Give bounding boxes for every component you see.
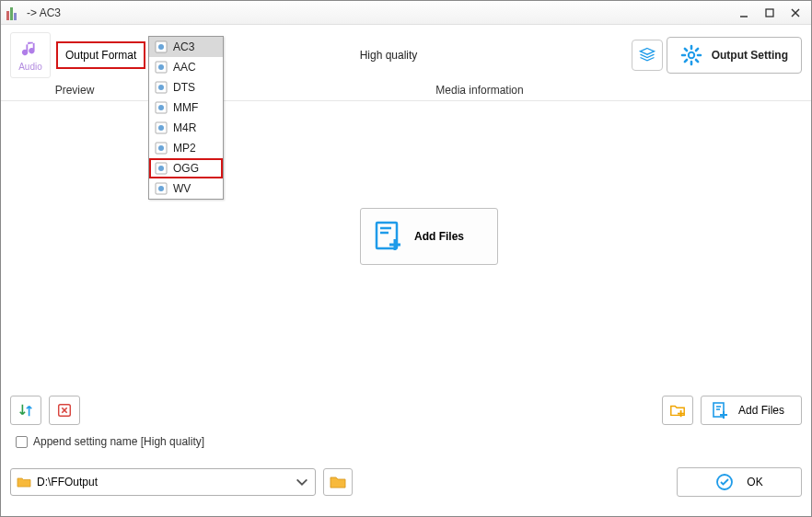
add-folder-button[interactable] bbox=[662, 396, 693, 425]
format-dropdown[interactable]: AC3AACDTSMMFM4RMP2OGGWV bbox=[148, 36, 224, 200]
svg-rect-1 bbox=[766, 9, 773, 17]
audio-category-tile[interactable]: Audio bbox=[10, 32, 51, 78]
audio-mmf-icon bbox=[155, 101, 168, 114]
svg-point-20 bbox=[158, 186, 164, 191]
format-item-label: MP2 bbox=[173, 142, 196, 155]
audio-aac-icon bbox=[155, 61, 168, 74]
media-info-header: Media information bbox=[148, 84, 811, 97]
audio-wv-icon bbox=[155, 182, 168, 195]
audio-dts-icon bbox=[155, 81, 168, 94]
minimize-button[interactable] bbox=[734, 5, 754, 21]
sort-icon bbox=[17, 402, 34, 419]
folder-icon bbox=[330, 474, 346, 490]
audio-ogg-icon bbox=[155, 162, 168, 175]
output-path-value: D:\FFOutput bbox=[37, 476, 98, 488]
output-format-button[interactable]: Output Format bbox=[56, 41, 145, 69]
format-item-label: M4R bbox=[173, 121, 196, 134]
output-path-combo[interactable]: D:\FFOutput bbox=[10, 468, 316, 496]
audio-label: Audio bbox=[18, 62, 42, 72]
format-item-label: AAC bbox=[173, 61, 196, 74]
format-item-mmf[interactable]: MMF bbox=[149, 98, 223, 118]
format-item-m4r[interactable]: M4R bbox=[149, 118, 223, 138]
close-button[interactable] bbox=[785, 5, 806, 21]
add-files-dropzone[interactable]: Add Files bbox=[360, 208, 498, 265]
format-item-mp2[interactable]: MP2 bbox=[149, 138, 223, 158]
append-setting-label: Append setting name [High quality] bbox=[33, 435, 204, 448]
output-format-label: Output Format bbox=[65, 49, 136, 62]
file-add-icon bbox=[711, 401, 729, 419]
svg-point-10 bbox=[158, 85, 164, 90]
audio-icon bbox=[20, 40, 41, 60]
layers-button[interactable] bbox=[632, 40, 663, 71]
svg-point-6 bbox=[158, 44, 164, 50]
format-item-aac[interactable]: AAC bbox=[149, 57, 223, 77]
folder-add-icon bbox=[669, 402, 686, 419]
gear-icon bbox=[680, 44, 702, 66]
delete-icon bbox=[56, 402, 73, 419]
add-files-label: Add Files bbox=[738, 404, 784, 417]
output-setting-label: Output Setting bbox=[712, 49, 788, 62]
append-setting-checkbox[interactable] bbox=[16, 436, 28, 448]
bottom-toolbar: Add Files bbox=[10, 395, 802, 426]
svg-point-8 bbox=[158, 64, 164, 70]
output-path-row: D:\FFOutput OK bbox=[10, 466, 802, 498]
svg-point-14 bbox=[158, 125, 164, 131]
sort-button[interactable] bbox=[10, 396, 41, 425]
append-setting-checkbox-row: Append setting name [High quality] bbox=[16, 435, 204, 448]
chevron-down-icon bbox=[295, 475, 309, 489]
audio-mp2-icon bbox=[155, 142, 168, 155]
column-headers: Preview Media information bbox=[1, 84, 811, 101]
window-buttons bbox=[734, 5, 806, 21]
file-add-icon bbox=[372, 220, 405, 253]
svg-point-4 bbox=[688, 52, 693, 58]
audio-ac3-icon bbox=[155, 40, 168, 53]
format-item-wv[interactable]: WV bbox=[149, 178, 223, 199]
format-item-label: WV bbox=[173, 182, 191, 195]
output-setting-button[interactable]: Output Setting bbox=[667, 37, 802, 74]
app-icon bbox=[6, 6, 21, 20]
format-item-label: MMF bbox=[173, 101, 198, 114]
top-toolbar: Audio Output Format High quality Output … bbox=[1, 25, 811, 78]
svg-point-12 bbox=[158, 105, 164, 110]
maximize-button[interactable] bbox=[760, 5, 780, 21]
audio-m4r-icon bbox=[155, 121, 168, 134]
format-item-label: DTS bbox=[173, 81, 195, 94]
format-item-ac3[interactable]: AC3 bbox=[149, 37, 223, 57]
add-files-button[interactable]: Add Files bbox=[701, 396, 802, 425]
delete-button[interactable] bbox=[49, 396, 80, 425]
browse-folder-button[interactable] bbox=[323, 468, 353, 496]
check-circle-icon bbox=[715, 473, 734, 491]
svg-point-18 bbox=[158, 166, 164, 171]
format-item-ogg[interactable]: OGG bbox=[149, 158, 223, 178]
ok-button[interactable]: OK bbox=[677, 467, 802, 497]
format-item-dts[interactable]: DTS bbox=[149, 77, 223, 98]
format-item-label: OGG bbox=[173, 162, 199, 175]
folder-icon bbox=[17, 475, 31, 489]
add-files-label: Add Files bbox=[414, 230, 464, 243]
format-item-label: AC3 bbox=[173, 40, 194, 53]
window-title: -> AC3 bbox=[27, 6, 734, 19]
preview-header: Preview bbox=[1, 84, 148, 97]
title-bar: -> AC3 bbox=[1, 1, 811, 25]
layers-icon bbox=[638, 46, 656, 64]
ok-label: OK bbox=[747, 476, 762, 488]
svg-point-16 bbox=[158, 145, 164, 151]
